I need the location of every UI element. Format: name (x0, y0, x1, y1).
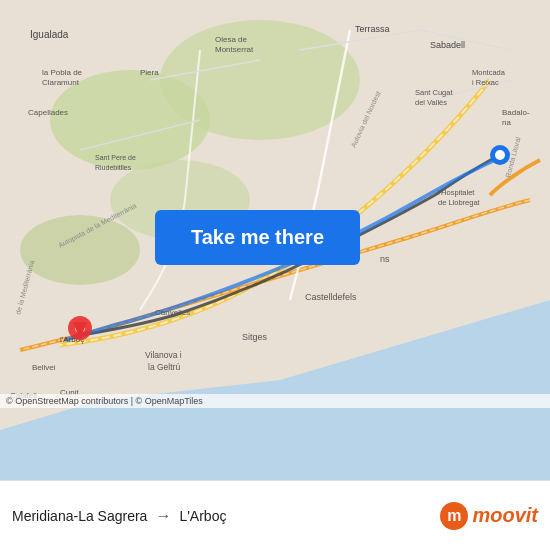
svg-text:Claramunt: Claramunt (42, 78, 80, 87)
svg-text:Terrassa: Terrassa (355, 24, 390, 34)
map-container: Igualada la Pobla de Claramunt Capellade… (0, 0, 550, 480)
take-me-there-button[interactable]: Take me there (155, 210, 360, 265)
svg-text:Riudebitlles: Riudebitlles (95, 164, 132, 171)
svg-text:Sant Pere de: Sant Pere de (95, 154, 136, 161)
origin-destination: Meridiana-La Sagrera → L'Arboç (12, 507, 440, 525)
svg-point-47 (495, 150, 505, 160)
svg-text:na: na (502, 118, 511, 127)
svg-text:Bellvei: Bellvei (32, 363, 56, 372)
svg-text:Igualada: Igualada (30, 29, 69, 40)
arrow-icon: → (155, 507, 171, 525)
moovit-logo: m moovit (440, 502, 538, 530)
svg-text:de Llobregat: de Llobregat (438, 198, 481, 207)
svg-text:Capellades: Capellades (28, 108, 68, 117)
svg-text:Canyelles: Canyelles (155, 308, 190, 317)
svg-text:Montserrat: Montserrat (215, 45, 254, 54)
bottom-bar: Meridiana-La Sagrera → L'Arboç m moovit (0, 480, 550, 550)
svg-point-5 (20, 215, 140, 285)
destination-label: L'Arboç (179, 508, 226, 524)
svg-text:ns: ns (380, 254, 390, 264)
svg-text:l'Hospitalet: l'Hospitalet (438, 188, 475, 197)
svg-text:Olesa de: Olesa de (215, 35, 248, 44)
svg-text:del Vallès: del Vallès (415, 98, 447, 107)
moovit-m-icon: m (440, 502, 468, 530)
svg-text:Montcada: Montcada (472, 68, 506, 77)
origin-label: Meridiana-La Sagrera (12, 508, 147, 524)
svg-text:Sitges: Sitges (242, 332, 268, 342)
map-attribution: © OpenStreetMap contributors | © OpenMap… (0, 394, 550, 408)
svg-text:la Geltrú: la Geltrú (148, 362, 180, 372)
svg-text:i Reixac: i Reixac (472, 78, 499, 87)
moovit-brand-name: moovit (472, 504, 538, 527)
svg-text:Badalo-: Badalo- (502, 108, 530, 117)
svg-text:Sant Cugat: Sant Cugat (415, 88, 453, 97)
svg-text:la Pobla de: la Pobla de (42, 68, 83, 77)
svg-text:Piera: Piera (140, 68, 159, 77)
route-info: Meridiana-La Sagrera → L'Arboç m moovit (12, 502, 538, 530)
svg-text:Vilanova i: Vilanova i (145, 350, 182, 360)
svg-text:Castelldefels: Castelldefels (305, 292, 357, 302)
svg-text:Sabadell: Sabadell (430, 40, 465, 50)
